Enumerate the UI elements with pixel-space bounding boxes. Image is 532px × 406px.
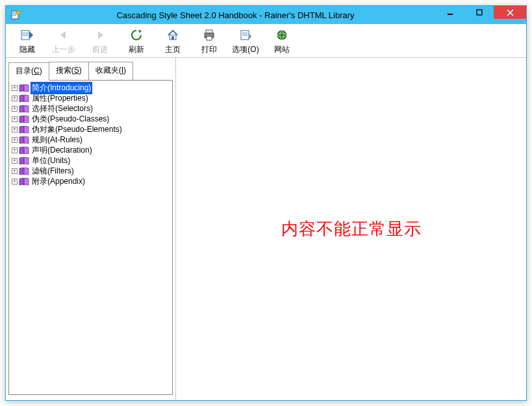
tab-fav-suffix: )	[123, 66, 126, 75]
tab-fav-prefix: 收藏夹(	[95, 66, 121, 75]
home-icon	[166, 28, 180, 42]
tab-contents-suffix: )	[40, 66, 42, 75]
svg-rect-12	[22, 34, 29, 34]
expand-icon[interactable]: +	[12, 179, 18, 184]
svg-rect-11	[22, 32, 29, 33]
svg-rect-15	[171, 36, 174, 40]
tree-item[interactable]: +滤镜(Filters)	[10, 166, 171, 176]
titlebar: ? Cascading Style Sheet 2.0 Handbook - R…	[6, 6, 526, 24]
book-icon	[19, 94, 29, 103]
nav-tabs: 目录(C) 搜索(S) 收藏夹(I)	[8, 62, 173, 80]
website-label: 网站	[274, 44, 290, 55]
tree-item-label: 滤镜(Filters)	[31, 166, 75, 177]
svg-point-23	[277, 31, 286, 40]
tree-item-label: 声明(Declaration)	[31, 145, 94, 156]
content-pane: 内容不能正常显示	[176, 58, 526, 400]
svg-rect-21	[242, 34, 247, 34]
refresh-label: 刷新	[129, 44, 144, 55]
forward-icon	[93, 28, 107, 42]
hide-button[interactable]: 隐藏	[10, 27, 45, 57]
website-button[interactable]: 网站	[264, 27, 299, 57]
tab-contents[interactable]: 目录(C)	[8, 62, 49, 81]
tree-item[interactable]: +简介(Introducing)	[10, 82, 171, 93]
tab-contents-key: C	[34, 66, 40, 75]
tree-item-label: 伪类(Pseudo-Classes)	[31, 114, 110, 125]
close-icon	[507, 9, 514, 16]
svg-rect-13	[22, 35, 29, 36]
options-button[interactable]: 选项(O)	[228, 27, 263, 57]
book-icon	[19, 125, 29, 134]
expand-icon[interactable]: +	[12, 85, 18, 91]
minimize-button[interactable]	[435, 6, 464, 19]
navigation-pane: 目录(C) 搜索(S) 收藏夹(I) +简介(Introducing)+属性(P…	[6, 58, 176, 400]
body-area: 目录(C) 搜索(S) 收藏夹(I) +简介(Introducing)+属性(P…	[6, 58, 526, 400]
options-label: 选项(O)	[232, 44, 259, 55]
print-label: 打印	[201, 44, 217, 55]
book-icon	[19, 104, 29, 113]
hide-icon	[20, 28, 34, 42]
refresh-icon	[129, 28, 144, 42]
tree-item[interactable]: +单位(Units)	[10, 155, 171, 166]
tab-search-prefix: 搜索(	[56, 66, 74, 75]
toolbar: 隐藏 上一步 前进 刷新	[6, 24, 526, 58]
tree-item[interactable]: +伪对象(Pseudo-Elements)	[10, 124, 171, 134]
book-icon	[19, 114, 29, 123]
print-icon	[202, 28, 216, 42]
expand-icon[interactable]: +	[12, 95, 18, 101]
expand-icon[interactable]: +	[12, 158, 18, 164]
home-button[interactable]: 主页	[155, 27, 190, 57]
tree-item-label: 附录(Appendix)	[31, 176, 86, 187]
forward-label: 前进	[92, 44, 108, 55]
maximize-button[interactable]	[464, 6, 494, 19]
expand-icon[interactable]: +	[12, 168, 18, 174]
home-label: 主页	[165, 44, 181, 55]
tree-item-label: 单位(Units)	[31, 155, 71, 166]
minimize-icon	[447, 9, 453, 16]
tree-item-label: 属性(Properties)	[31, 93, 90, 104]
back-button[interactable]: 上一步	[46, 27, 81, 57]
app-icon: ?	[8, 8, 23, 22]
tree-item[interactable]: +附录(Appendix)	[10, 176, 171, 186]
svg-rect-22	[242, 35, 247, 36]
expand-icon[interactable]: +	[12, 147, 18, 153]
hide-label: 隐藏	[19, 44, 35, 55]
tree-item[interactable]: +选择符(Selectors)	[10, 103, 171, 114]
expand-icon[interactable]: +	[12, 137, 18, 143]
svg-text:?: ?	[18, 10, 19, 14]
contents-tree[interactable]: +简介(Introducing)+属性(Properties)+选择符(Sele…	[8, 80, 173, 395]
svg-rect-20	[242, 32, 247, 33]
book-icon	[19, 156, 29, 165]
book-icon	[19, 146, 29, 155]
svg-rect-16	[206, 30, 212, 33]
back-icon	[57, 28, 71, 42]
tab-search-suffix: )	[79, 66, 82, 75]
expand-icon[interactable]: +	[12, 106, 18, 112]
tree-item[interactable]: +伪类(Pseudo-Classes)	[10, 114, 171, 124]
tree-item[interactable]: +规则(At-Rules)	[10, 134, 171, 145]
window-buttons	[435, 6, 526, 19]
app-window: ? Cascading Style Sheet 2.0 Handbook - R…	[5, 5, 527, 401]
tree-item-label: 伪对象(Pseudo-Elements)	[31, 124, 123, 135]
options-icon	[238, 28, 253, 42]
error-message: 内容不能正常显示	[281, 218, 422, 240]
book-icon	[19, 135, 29, 144]
forward-button[interactable]: 前进	[82, 27, 118, 57]
expand-icon[interactable]: +	[12, 116, 18, 122]
book-icon	[19, 166, 29, 175]
refresh-button[interactable]: 刷新	[119, 27, 154, 57]
book-icon	[19, 177, 29, 186]
maximize-icon	[476, 9, 483, 16]
svg-rect-6	[448, 14, 453, 15]
book-icon	[19, 83, 29, 92]
expand-icon[interactable]: +	[12, 127, 18, 133]
tab-contents-prefix: 目录(	[16, 66, 34, 75]
tree-item[interactable]: +声明(Declaration)	[10, 145, 171, 155]
close-button[interactable]	[494, 6, 526, 19]
svg-rect-18	[207, 36, 212, 40]
print-button[interactable]: 打印	[192, 27, 227, 57]
svg-rect-7	[477, 10, 482, 15]
tree-item[interactable]: +属性(Properties)	[10, 93, 171, 103]
tab-search[interactable]: 搜索(S)	[49, 62, 89, 80]
tab-search-key: S	[74, 66, 79, 75]
tab-favorites[interactable]: 收藏夹(I)	[88, 62, 133, 80]
